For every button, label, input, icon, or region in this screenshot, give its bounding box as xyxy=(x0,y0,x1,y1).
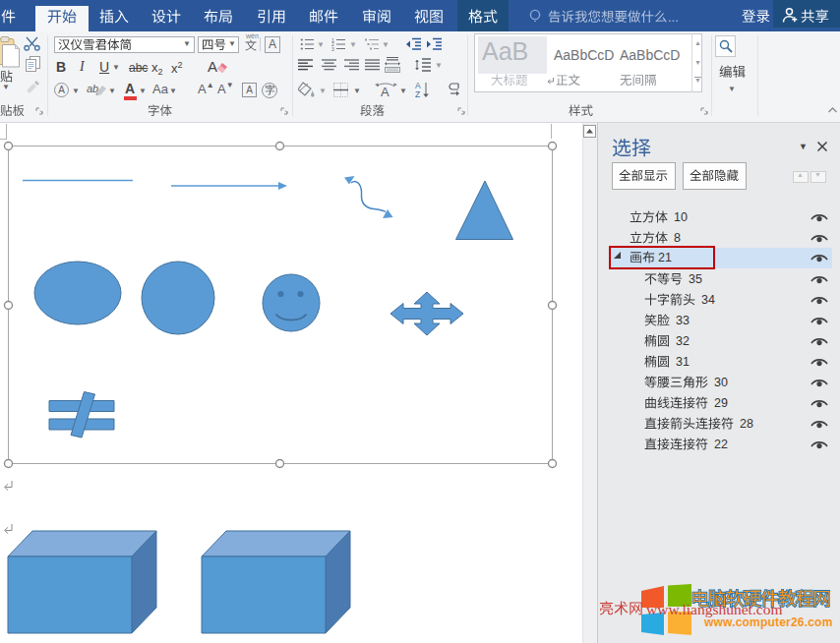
svg-text:3: 3 xyxy=(331,46,334,52)
svg-text:A: A xyxy=(381,85,390,98)
svg-text:Z: Z xyxy=(415,89,420,98)
